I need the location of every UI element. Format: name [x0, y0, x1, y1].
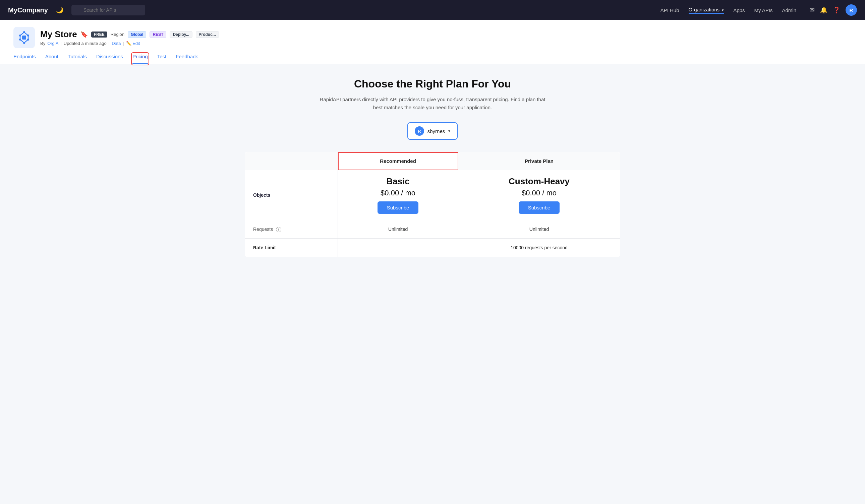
svg-point-6	[27, 38, 29, 40]
api-meta: By Org A | Updated a minute ago | Data |…	[40, 41, 219, 46]
api-title-section: My Store 🔖 FREE Region Global REST Deplo…	[40, 29, 219, 46]
nav-apps[interactable]: Apps	[733, 7, 745, 13]
badge-rest: REST	[150, 31, 166, 38]
plan-basic-price: $0.00 / mo	[346, 189, 450, 197]
tab-discussions[interactable]: Discussions	[96, 54, 123, 64]
navbar-icons: ✉ 🔔 ❓ R	[810, 4, 857, 16]
messages-icon[interactable]: ✉	[810, 7, 815, 14]
badge-global: Global	[128, 31, 146, 38]
by-label: By	[40, 41, 45, 46]
rate-limit-label: Rate Limit	[253, 245, 276, 250]
edit-link[interactable]: ✏️ Edit	[126, 41, 140, 46]
nav-organizations[interactable]: Organizations ▾	[689, 7, 724, 14]
plan-basic-name: Basic	[346, 176, 450, 187]
search-input[interactable]	[71, 5, 145, 15]
info-icon[interactable]: i	[276, 227, 281, 232]
requests-custom-value: Unlimited	[458, 220, 620, 238]
table-row-rate-limit: Rate Limit 10000 requests per second	[245, 238, 620, 257]
svg-point-7	[23, 31, 25, 33]
plan-custom-cell: Custom-Heavy $0.00 / mo Subscribe	[458, 170, 620, 220]
col-empty	[245, 152, 338, 170]
nav-admin[interactable]: Admin	[782, 7, 796, 13]
svg-point-8	[23, 42, 25, 44]
objects-label: Objects	[245, 170, 338, 220]
svg-point-3	[19, 35, 21, 36]
updated-text: Updated a minute ago	[64, 41, 107, 46]
svg-rect-2	[22, 36, 26, 39]
plan-custom-name: Custom-Heavy	[466, 176, 612, 187]
rate-limit-basic-value	[338, 238, 458, 257]
tab-endpoints[interactable]: Endpoints	[13, 54, 36, 64]
user-selector-wrap: R sbyrnes ▾	[245, 122, 620, 140]
nav-api-hub[interactable]: API Hub	[660, 7, 679, 13]
api-logo	[13, 27, 35, 48]
user-selector-avatar: R	[415, 126, 424, 136]
help-icon[interactable]: ❓	[833, 7, 840, 14]
user-selector[interactable]: R sbyrnes ▾	[407, 122, 458, 140]
bookmark-icon[interactable]: 🔖	[80, 31, 88, 38]
col-private: Private Plan	[458, 152, 620, 170]
plan-basic-cell: Basic $0.00 / mo Subscribe	[338, 170, 458, 220]
search-wrap: 🔍	[71, 5, 145, 15]
badge-free: FREE	[91, 32, 107, 37]
requests-label-cell: Requests i	[245, 220, 338, 238]
subscribe-basic-button[interactable]: Subscribe	[378, 201, 419, 214]
pricing-title: Choose the Right Plan For You	[245, 78, 620, 90]
pricing-page: Choose the Right Plan For You RapidAPI p…	[231, 65, 634, 270]
notifications-icon[interactable]: 🔔	[820, 7, 828, 14]
org-link[interactable]: Org A	[47, 41, 58, 46]
api-tabs: Endpoints About Tutorials Discussions Pr…	[13, 54, 852, 64]
navbar: MyCompany 🌙 🔍 API Hub Organizations ▾ Ap…	[0, 0, 865, 20]
requests-basic-value: Unlimited	[338, 220, 458, 238]
tab-feedback[interactable]: Feedback	[176, 54, 198, 64]
table-row-requests: Requests i Unlimited Unlimited	[245, 220, 620, 238]
region-label: Region	[111, 32, 124, 37]
tab-test[interactable]: Test	[157, 54, 166, 64]
chevron-down-icon: ▾	[448, 129, 450, 133]
api-title: My Store	[40, 29, 77, 39]
pricing-subtitle: RapidAPI partners directly with API prov…	[315, 95, 550, 112]
api-header-top: My Store 🔖 FREE Region Global REST Deplo…	[13, 27, 852, 48]
nav-my-apis[interactable]: My APIs	[754, 7, 772, 13]
api-header: My Store 🔖 FREE Region Global REST Deplo…	[0, 20, 865, 65]
chevron-down-icon: ▾	[722, 8, 724, 12]
tab-about[interactable]: About	[45, 54, 58, 64]
rate-limit-label-cell: Rate Limit	[245, 238, 338, 257]
requests-label: Requests	[253, 226, 273, 232]
api-title-row: My Store 🔖 FREE Region Global REST Deplo…	[40, 29, 219, 39]
pricing-table-wrap: Recommended Private Plan Objects Basic $…	[245, 152, 620, 257]
user-selector-name: sbyrnes	[427, 128, 445, 134]
badge-deploy: Deploy...	[170, 31, 192, 38]
avatar[interactable]: R	[845, 4, 857, 16]
table-row-plans: Objects Basic $0.00 / mo Subscribe Custo…	[245, 170, 620, 220]
tab-tutorials[interactable]: Tutorials	[68, 54, 87, 64]
subscribe-custom-button[interactable]: Subscribe	[519, 201, 560, 214]
table-header-row: Recommended Private Plan	[245, 152, 620, 170]
rate-limit-custom-value: 10000 requests per second	[458, 238, 620, 257]
tab-pricing[interactable]: Pricing	[132, 54, 148, 64]
svg-point-5	[19, 38, 21, 40]
brand-logo: MyCompany	[8, 7, 48, 14]
pencil-icon: ✏️	[126, 41, 131, 46]
plan-custom-price: $0.00 / mo	[466, 189, 612, 197]
badge-produc: Produc...	[196, 31, 219, 38]
pricing-table: Recommended Private Plan Objects Basic $…	[245, 152, 620, 257]
data-link[interactable]: Data	[112, 41, 121, 46]
navbar-links: API Hub Organizations ▾ Apps My APIs Adm…	[660, 7, 796, 14]
dark-mode-toggle[interactable]: 🌙	[56, 7, 64, 14]
col-recommended: Recommended	[338, 152, 458, 170]
svg-point-4	[27, 35, 29, 36]
